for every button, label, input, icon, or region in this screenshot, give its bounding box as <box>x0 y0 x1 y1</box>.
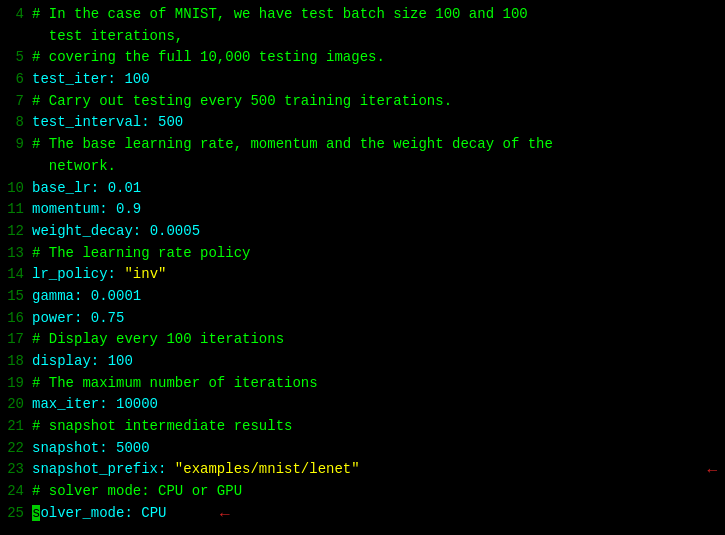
code-line: 6test_iter: 100 <box>0 69 725 91</box>
key-value-line: lr_policy: "inv" <box>32 264 721 286</box>
config-value: 0.01 <box>108 180 142 196</box>
code-line: 22snapshot: 5000 <box>0 438 725 460</box>
comment-text: # In the case of MNIST, we have test bat… <box>32 4 721 26</box>
red-arrow-icon: ← <box>220 503 230 528</box>
code-line: 17# Display every 100 iterations <box>0 329 725 351</box>
code-line: 13# The learning rate policy <box>0 243 725 265</box>
code-line: 9# The base learning rate, momentum and … <box>0 134 725 156</box>
code-line: test iterations, <box>0 26 725 48</box>
line-number: 12 <box>4 221 32 243</box>
code-line: 15gamma: 0.0001 <box>0 286 725 308</box>
code-line: 24# solver mode: CPU or GPU <box>0 481 725 503</box>
code-line: 25solver_mode: CPU← <box>0 503 725 525</box>
config-key: snapshot: <box>32 440 116 456</box>
key-value-line: base_lr: 0.01 <box>32 178 721 200</box>
config-key: display: <box>32 353 108 369</box>
key-value-line: snapshot_prefix: "examples/mnist/lenet" <box>32 459 721 481</box>
config-key: max_iter: <box>32 396 116 412</box>
config-key: power: <box>32 310 91 326</box>
config-value: 100 <box>124 71 149 87</box>
line-number: 18 <box>4 351 32 373</box>
line-number: 7 <box>4 91 32 113</box>
code-line: 10base_lr: 0.01 <box>0 178 725 200</box>
line-number: 14 <box>4 264 32 286</box>
key-value-line: test_iter: 100 <box>32 69 721 91</box>
comment-text: # covering the full 10,000 testing image… <box>32 47 721 69</box>
code-line: 12weight_decay: 0.0005 <box>0 221 725 243</box>
config-key: weight_decay: <box>32 223 150 239</box>
code-line: 11momentum: 0.9 <box>0 199 725 221</box>
comment-text: # The base learning rate, momentum and t… <box>32 134 721 156</box>
config-value: "examples/mnist/lenet" <box>175 461 360 477</box>
key-value-line: power: 0.75 <box>32 308 721 330</box>
config-key: test_interval: <box>32 114 158 130</box>
code-line: 23snapshot_prefix: "examples/mnist/lenet… <box>0 459 725 481</box>
comment-text: network. <box>32 156 721 178</box>
line-number: 23 <box>4 459 32 481</box>
line-number: 15 <box>4 286 32 308</box>
code-line: 18display: 100 <box>0 351 725 373</box>
key-value-line: display: 100 <box>32 351 721 373</box>
comment-text: test iterations, <box>32 26 721 48</box>
comment-text: # Carry out testing every 500 training i… <box>32 91 721 113</box>
config-value: 0.75 <box>91 310 125 326</box>
code-line: 4# In the case of MNIST, we have test ba… <box>0 4 725 26</box>
config-value: 5000 <box>116 440 150 456</box>
config-key: olver_mode: <box>40 505 141 521</box>
line-number: 24 <box>4 481 32 503</box>
config-value: 10000 <box>116 396 158 412</box>
line-number: 13 <box>4 243 32 265</box>
config-key: snapshot_prefix: <box>32 461 175 477</box>
line-number: 16 <box>4 308 32 330</box>
line-number: 11 <box>4 199 32 221</box>
config-key: base_lr: <box>32 180 108 196</box>
comment-text: # solver mode: CPU or GPU <box>32 481 721 503</box>
code-line: 21# snapshot intermediate results <box>0 416 725 438</box>
code-line: 5# covering the full 10,000 testing imag… <box>0 47 725 69</box>
config-value: CPU <box>141 505 166 521</box>
config-value: 0.0001 <box>91 288 141 304</box>
comment-text: # The maximum number of iterations <box>32 373 721 395</box>
key-value-line: solver_mode: CPU <box>32 503 721 525</box>
line-number: 21 <box>4 416 32 438</box>
comment-text: # snapshot intermediate results <box>32 416 721 438</box>
comment-text: # Display every 100 iterations <box>32 329 721 351</box>
code-line: 14lr_policy: "inv" <box>0 264 725 286</box>
config-key: lr_policy: <box>32 266 124 282</box>
line-number: 17 <box>4 329 32 351</box>
key-value-line: gamma: 0.0001 <box>32 286 721 308</box>
line-number: 5 <box>4 47 32 69</box>
config-value: 500 <box>158 114 183 130</box>
line-number: 10 <box>4 178 32 200</box>
line-number: 20 <box>4 394 32 416</box>
comment-text: # The learning rate policy <box>32 243 721 265</box>
config-value: "inv" <box>124 266 166 282</box>
code-line: 20max_iter: 10000 <box>0 394 725 416</box>
config-key: momentum: <box>32 201 116 217</box>
key-value-line: snapshot: 5000 <box>32 438 721 460</box>
key-value-line: test_interval: 500 <box>32 112 721 134</box>
code-line: 7# Carry out testing every 500 training … <box>0 91 725 113</box>
key-value-line: max_iter: 10000 <box>32 394 721 416</box>
code-line: network. <box>0 156 725 178</box>
key-value-line: momentum: 0.9 <box>32 199 721 221</box>
line-number: 6 <box>4 69 32 91</box>
code-line: 8test_interval: 500 <box>0 112 725 134</box>
config-key: test_iter: <box>32 71 124 87</box>
line-number: 19 <box>4 373 32 395</box>
key-value-line: weight_decay: 0.0005 <box>32 221 721 243</box>
config-value: 0.9 <box>116 201 141 217</box>
line-number: 25 <box>4 503 32 525</box>
config-key: gamma: <box>32 288 91 304</box>
config-value: 100 <box>108 353 133 369</box>
line-number: 8 <box>4 112 32 134</box>
code-editor: 4# In the case of MNIST, we have test ba… <box>0 0 725 529</box>
code-line: 19# The maximum number of iterations <box>0 373 725 395</box>
line-number: 4 <box>4 4 32 26</box>
line-number: 22 <box>4 438 32 460</box>
config-value: 0.0005 <box>150 223 200 239</box>
code-line: 16power: 0.75 <box>0 308 725 330</box>
line-number: 9 <box>4 134 32 156</box>
